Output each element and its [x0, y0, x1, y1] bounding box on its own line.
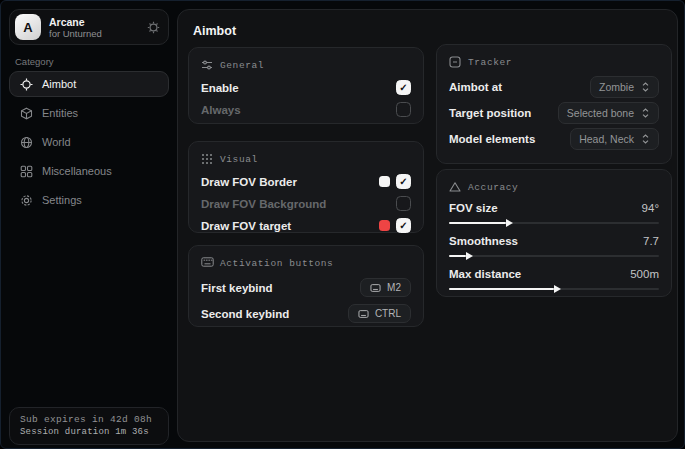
- general-card: General Enable Always: [188, 47, 424, 124]
- dropdown-value: Zombie: [599, 81, 634, 93]
- sidebar-item-settings[interactable]: Settings: [9, 187, 169, 213]
- slider-value: 7.7: [643, 235, 659, 247]
- tracker-card-header: Tracker: [449, 56, 659, 68]
- setting-label: FOV size: [449, 202, 498, 214]
- sidebar-item-label: Aimbot: [42, 78, 76, 90]
- max-distance-slider[interactable]: [449, 284, 659, 294]
- setting-row-enable: Enable: [201, 77, 411, 98]
- unfold-icon: [641, 108, 650, 118]
- general-card-header: General: [201, 59, 411, 71]
- second-keybind-button[interactable]: CTRL: [348, 304, 411, 323]
- slider-row-max-distance: Max distance 500m: [449, 265, 659, 294]
- slider-label-row: Max distance 500m: [449, 265, 659, 282]
- fov-background-checkbox[interactable]: [396, 196, 411, 211]
- sidebar-item-label: Miscellaneous: [42, 165, 112, 177]
- setting-label: Target position: [449, 107, 531, 119]
- slider-value: 500m: [630, 268, 659, 280]
- sync-gear-icon[interactable]: [147, 21, 160, 34]
- setting-label: Draw FOV Background: [201, 198, 326, 210]
- slider-fill: [449, 288, 554, 290]
- keyboard-icon: [358, 310, 369, 318]
- setting-label: Max distance: [449, 268, 521, 280]
- card-title: Accuracy: [468, 182, 518, 193]
- setting-row-fov-target: Draw FOV target: [201, 215, 411, 236]
- slider-label-row: FOV size 94°: [449, 199, 659, 216]
- row-controls: [396, 196, 411, 211]
- triangle-icon: [449, 181, 461, 193]
- card-title: Visual: [220, 154, 258, 165]
- setting-label: Smoothness: [449, 235, 518, 247]
- model-elements-dropdown[interactable]: Head, Neck: [570, 128, 659, 150]
- fov-target-color-swatch[interactable]: [379, 220, 390, 231]
- visual-card: Visual Draw FOV Border Draw FOV Backgrou…: [188, 141, 424, 233]
- page-title: Aimbot: [193, 24, 236, 38]
- sub-expires-text: Sub expires in 42d 08h: [20, 414, 158, 425]
- dropdown-value: Selected bone: [567, 107, 634, 119]
- sidebar-item-miscellaneous[interactable]: Miscellaneous: [9, 158, 169, 184]
- setting-row-target-position: Target position Selected bone: [449, 100, 659, 125]
- sidebar-item-world[interactable]: World: [9, 129, 169, 155]
- app-logo: A: [15, 14, 41, 40]
- sliders-icon: [201, 59, 213, 71]
- setting-row-aimbot-at: Aimbot at Zombie: [449, 74, 659, 99]
- category-label: Category: [15, 56, 54, 67]
- fov-target-checkbox[interactable]: [396, 218, 411, 233]
- keybind-value: CTRL: [375, 308, 401, 319]
- keybind-value: M2: [387, 282, 401, 293]
- setting-row-fov-background: Draw FOV Background: [201, 193, 411, 214]
- first-keybind-button[interactable]: M2: [360, 278, 411, 297]
- slider-row-smoothness: Smoothness 7.7: [449, 232, 659, 261]
- fov-border-color-swatch[interactable]: [379, 176, 390, 187]
- card-title: Tracker: [468, 57, 512, 68]
- tracker-card: Tracker Aimbot at Zombie Target position…: [436, 44, 672, 164]
- scan-minus-icon: [449, 56, 461, 68]
- sidebar-header: A Arcane for Unturned: [9, 9, 169, 45]
- unfold-icon: [641, 82, 650, 92]
- app-name: Arcane: [49, 16, 102, 28]
- sidebar-item-label: Settings: [42, 194, 82, 206]
- setting-label: Draw FOV target: [201, 220, 291, 232]
- enable-checkbox[interactable]: [396, 80, 411, 95]
- always-checkbox[interactable]: [396, 102, 411, 117]
- setting-row-fov-border: Draw FOV Border: [201, 171, 411, 192]
- activation-card-header: Activation buttons: [201, 257, 411, 269]
- globe-icon: [20, 136, 33, 149]
- setting-label: Enable: [201, 82, 239, 94]
- grid-icon: [20, 165, 33, 178]
- accuracy-card-header: Accuracy: [449, 181, 659, 193]
- app-subtitle: for Unturned: [49, 28, 102, 39]
- setting-row-second-keybind: Second keybind CTRL: [201, 301, 411, 326]
- app-title-block: Arcane for Unturned: [49, 16, 102, 39]
- subscription-info-card: Sub expires in 42d 08h Session duration …: [9, 407, 169, 445]
- main-panel: Aimbot General Enable Always: [177, 9, 678, 442]
- accuracy-card: Accuracy FOV size 94° Smoothness 7.7: [436, 169, 672, 297]
- sidebar-item-aimbot[interactable]: Aimbot: [9, 71, 169, 97]
- setting-label: Draw FOV Border: [201, 176, 297, 188]
- sidebar-item-entities[interactable]: Entities: [9, 100, 169, 126]
- setting-row-model-elements: Model elements Head, Neck: [449, 126, 659, 151]
- sidebar-item-label: World: [42, 136, 71, 148]
- sidebar-item-label: Entities: [42, 107, 78, 119]
- setting-row-first-keybind: First keybind M2: [201, 275, 411, 300]
- visual-card-header: Visual: [201, 153, 411, 165]
- slider-value: 94°: [642, 202, 659, 214]
- app-window: A Arcane for Unturned Category Aimbot: [0, 0, 685, 449]
- setting-label: Always: [201, 104, 241, 116]
- unfold-icon: [641, 134, 650, 144]
- logo-letter: A: [23, 20, 32, 35]
- target-position-dropdown[interactable]: Selected bone: [558, 102, 659, 124]
- fov-size-slider[interactable]: [449, 218, 659, 228]
- slider-track: [449, 255, 659, 257]
- row-controls: [379, 218, 411, 233]
- keyboard-icon: [370, 284, 381, 292]
- cube-icon: [20, 107, 33, 120]
- smoothness-slider[interactable]: [449, 251, 659, 261]
- aimbot-at-dropdown[interactable]: Zombie: [590, 76, 659, 98]
- setting-label: Second keybind: [201, 308, 289, 320]
- card-title: Activation buttons: [220, 258, 333, 269]
- dropdown-value: Head, Neck: [579, 133, 634, 145]
- setting-label: First keybind: [201, 282, 273, 294]
- session-duration-text: Session duration 1m 36s: [20, 427, 158, 437]
- gear-icon: [20, 194, 33, 207]
- fov-border-checkbox[interactable]: [396, 174, 411, 189]
